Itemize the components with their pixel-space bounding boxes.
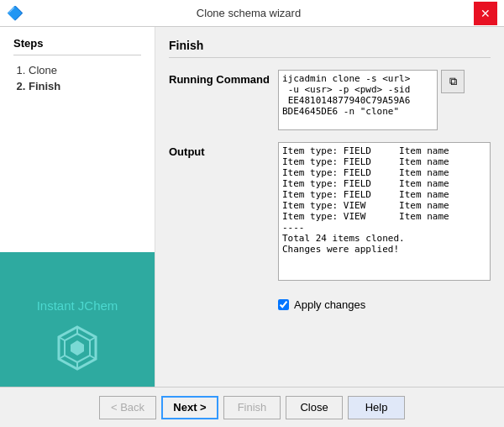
apply-changes-label[interactable]: Apply changes [294, 298, 365, 311]
title-bar: 🔷 Clone schema wizard ✕ [0, 0, 504, 27]
running-command-label: Running Command [169, 70, 278, 86]
step-finish: Finish [29, 80, 141, 92]
steps-list: Clone Finish [13, 64, 141, 92]
apply-changes-row: Apply changes [278, 298, 491, 311]
help-button[interactable]: Help [348, 396, 405, 419]
right-panel: Finish Running Command ijcadmin clone -s… [155, 27, 504, 387]
brand-logo [52, 323, 102, 373]
apply-changes-checkbox[interactable] [278, 299, 289, 310]
copy-button[interactable]: ⧉ [441, 70, 465, 93]
close-button[interactable]: Close [286, 396, 343, 419]
finish-button[interactable]: Finish [223, 396, 281, 419]
command-wrapper: ijcadmin clone -s <url> -u <usr> -p <pwd… [278, 70, 491, 130]
svg-marker-2 [71, 340, 84, 356]
output-label: Output [169, 142, 278, 158]
brand-name: Instant JChem [37, 298, 118, 313]
section-title: Finish [169, 39, 491, 58]
step-clone: Clone [29, 64, 141, 76]
running-command-textarea[interactable]: ijcadmin clone -s <url> -u <usr> -p <pwd… [278, 70, 438, 130]
brand-panel: Instant JChem [0, 252, 155, 387]
next-button[interactable]: Next > [161, 396, 218, 419]
running-command-row: Running Command ijcadmin clone -s <url> … [169, 70, 491, 130]
close-window-button[interactable]: ✕ [474, 2, 497, 25]
footer: < Back Next > Finish Close Help [0, 387, 504, 427]
copy-icon: ⧉ [449, 75, 457, 88]
sidebar: Steps Clone Finish Instant JChem [0, 27, 155, 387]
output-textarea[interactable]: Item type: FIELD Item name Item type: FI… [278, 142, 491, 281]
window-title: Clone schema wizard [24, 7, 474, 19]
steps-panel: Steps Clone Finish [0, 27, 155, 252]
main-content: Steps Clone Finish Instant JChem [0, 27, 504, 387]
app-icon: 🔷 [7, 5, 24, 21]
back-button[interactable]: < Back [99, 396, 156, 419]
running-command-field: ijcadmin clone -s <url> -u <usr> -p <pwd… [278, 70, 491, 130]
output-field: Item type: FIELD Item name Item type: FI… [278, 142, 491, 283]
steps-title: Steps [13, 37, 141, 55]
output-row: Output Item type: FIELD Item name Item t… [169, 142, 491, 283]
